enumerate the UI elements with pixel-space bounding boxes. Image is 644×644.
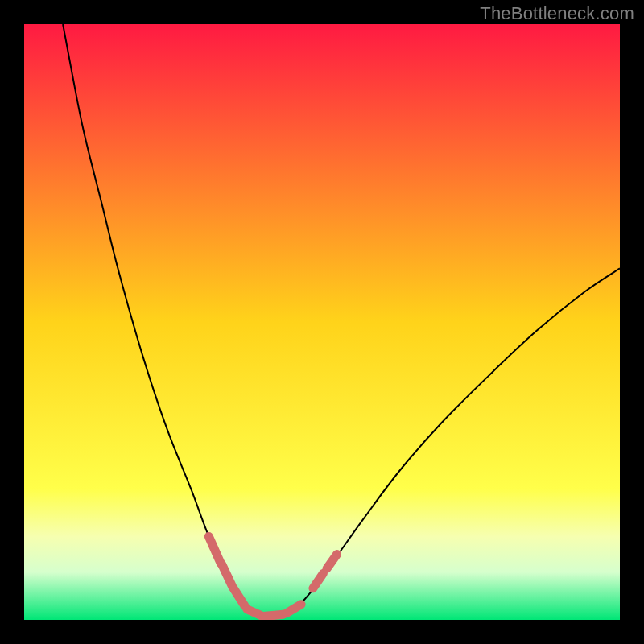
series-highlight-segments-seg-3 — [247, 609, 262, 616]
plot-background — [24, 24, 620, 620]
chart-stage: TheBottleneck.com — [0, 0, 644, 644]
bottleneck-chart — [0, 0, 644, 644]
watermark-text: TheBottleneck.com — [480, 3, 634, 24]
series-highlight-segments-seg-4 — [263, 614, 283, 616]
